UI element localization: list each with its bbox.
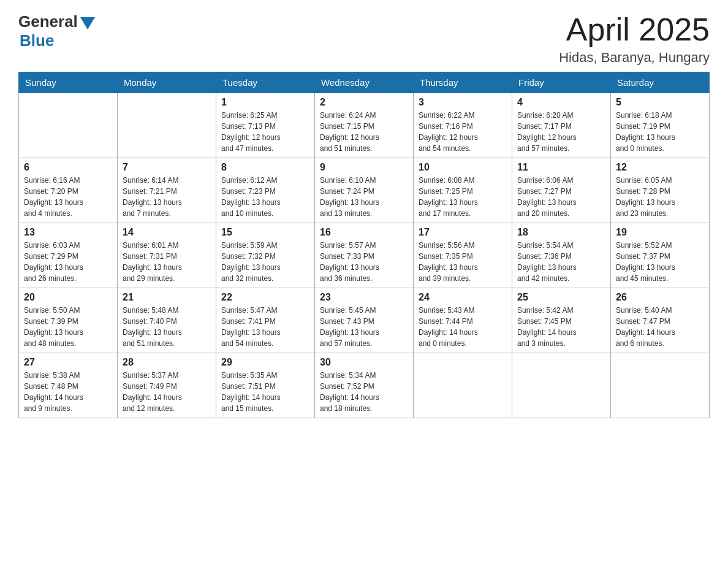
calendar-cell: 24Sunrise: 5:43 AM Sunset: 7:44 PM Dayli… [414,288,512,353]
day-number: 19 [616,227,704,238]
page-header: General Blue April 2025 Hidas, Baranya, … [18,12,710,66]
day-number: 16 [320,227,408,238]
day-number: 2 [320,97,408,108]
day-number: 21 [123,292,211,303]
day-number: 30 [320,357,408,368]
calendar-cell [414,353,512,418]
calendar-header-saturday: Saturday [611,72,710,93]
day-number: 4 [517,97,605,108]
calendar-cell [118,93,216,158]
calendar-cell: 12Sunrise: 6:05 AM Sunset: 7:28 PM Dayli… [611,158,710,223]
calendar-header-sunday: Sunday [19,72,118,93]
day-number: 15 [221,227,309,238]
logo-triangle-icon [80,17,95,29]
calendar-header-friday: Friday [512,72,611,93]
calendar-cell: 18Sunrise: 5:54 AM Sunset: 7:36 PM Dayli… [512,223,611,288]
day-info: Sunrise: 5:54 AM Sunset: 7:36 PM Dayligh… [517,240,605,284]
calendar-cell: 26Sunrise: 5:40 AM Sunset: 7:47 PM Dayli… [611,288,710,353]
calendar-header-tuesday: Tuesday [216,72,315,93]
day-number: 20 [24,292,112,303]
day-number: 27 [24,357,112,368]
day-info: Sunrise: 6:18 AM Sunset: 7:19 PM Dayligh… [616,110,704,154]
day-number: 14 [123,227,211,238]
logo: General Blue [18,12,95,50]
day-number: 22 [221,292,309,303]
logo-blue-text: Blue [20,31,54,50]
day-number: 23 [320,292,408,303]
title-section: April 2025 Hidas, Baranya, Hungary [559,12,710,66]
day-info: Sunrise: 5:42 AM Sunset: 7:45 PM Dayligh… [517,305,605,349]
day-number: 13 [24,227,112,238]
calendar-table: SundayMondayTuesdayWednesdayThursdayFrid… [18,72,710,418]
day-info: Sunrise: 6:16 AM Sunset: 7:20 PM Dayligh… [24,175,112,219]
calendar-cell: 22Sunrise: 5:47 AM Sunset: 7:41 PM Dayli… [216,288,315,353]
day-number: 10 [419,162,507,173]
calendar-cell: 29Sunrise: 5:35 AM Sunset: 7:51 PM Dayli… [216,353,315,418]
day-number: 8 [221,162,309,173]
day-number: 24 [419,292,507,303]
calendar-header-wednesday: Wednesday [315,72,414,93]
day-info: Sunrise: 5:57 AM Sunset: 7:33 PM Dayligh… [320,240,408,284]
day-info: Sunrise: 5:59 AM Sunset: 7:32 PM Dayligh… [221,240,309,284]
calendar-cell: 14Sunrise: 6:01 AM Sunset: 7:31 PM Dayli… [118,223,216,288]
calendar-cell: 27Sunrise: 5:38 AM Sunset: 7:48 PM Dayli… [19,353,118,418]
calendar-week-row-4: 27Sunrise: 5:38 AM Sunset: 7:48 PM Dayli… [19,353,710,418]
calendar-cell: 9Sunrise: 6:10 AM Sunset: 7:24 PM Daylig… [315,158,414,223]
calendar-header-thursday: Thursday [414,72,512,93]
month-title: April 2025 [559,12,710,47]
location-title: Hidas, Baranya, Hungary [559,50,710,66]
calendar-week-row-0: 1Sunrise: 6:25 AM Sunset: 7:13 PM Daylig… [19,93,710,158]
day-number: 6 [24,162,112,173]
calendar-week-row-2: 13Sunrise: 6:03 AM Sunset: 7:29 PM Dayli… [19,223,710,288]
calendar-cell [512,353,611,418]
day-info: Sunrise: 5:38 AM Sunset: 7:48 PM Dayligh… [24,370,112,414]
day-info: Sunrise: 6:01 AM Sunset: 7:31 PM Dayligh… [123,240,211,284]
day-info: Sunrise: 6:14 AM Sunset: 7:21 PM Dayligh… [123,175,211,219]
calendar-cell: 30Sunrise: 5:34 AM Sunset: 7:52 PM Dayli… [315,353,414,418]
day-number: 18 [517,227,605,238]
day-number: 7 [123,162,211,173]
calendar-cell: 25Sunrise: 5:42 AM Sunset: 7:45 PM Dayli… [512,288,611,353]
day-number: 17 [419,227,507,238]
calendar-cell: 28Sunrise: 5:37 AM Sunset: 7:49 PM Dayli… [118,353,216,418]
day-number: 9 [320,162,408,173]
day-info: Sunrise: 5:48 AM Sunset: 7:40 PM Dayligh… [123,305,211,349]
day-info: Sunrise: 6:03 AM Sunset: 7:29 PM Dayligh… [24,240,112,284]
day-info: Sunrise: 6:22 AM Sunset: 7:16 PM Dayligh… [419,110,507,154]
day-number: 12 [616,162,704,173]
calendar-cell: 23Sunrise: 5:45 AM Sunset: 7:43 PM Dayli… [315,288,414,353]
day-info: Sunrise: 5:47 AM Sunset: 7:41 PM Dayligh… [221,305,309,349]
calendar-cell: 3Sunrise: 6:22 AM Sunset: 7:16 PM Daylig… [414,93,512,158]
calendar-cell: 11Sunrise: 6:06 AM Sunset: 7:27 PM Dayli… [512,158,611,223]
day-info: Sunrise: 5:50 AM Sunset: 7:39 PM Dayligh… [24,305,112,349]
day-number: 1 [221,97,309,108]
day-info: Sunrise: 6:10 AM Sunset: 7:24 PM Dayligh… [320,175,408,219]
day-number: 5 [616,97,704,108]
logo-general-text: General [18,12,78,31]
day-info: Sunrise: 5:40 AM Sunset: 7:47 PM Dayligh… [616,305,704,349]
calendar-cell: 7Sunrise: 6:14 AM Sunset: 7:21 PM Daylig… [118,158,216,223]
calendar-cell: 5Sunrise: 6:18 AM Sunset: 7:19 PM Daylig… [611,93,710,158]
calendar-week-row-1: 6Sunrise: 6:16 AM Sunset: 7:20 PM Daylig… [19,158,710,223]
calendar-cell: 6Sunrise: 6:16 AM Sunset: 7:20 PM Daylig… [19,158,118,223]
day-number: 3 [419,97,507,108]
calendar-cell [611,353,710,418]
day-number: 25 [517,292,605,303]
calendar-cell: 8Sunrise: 6:12 AM Sunset: 7:23 PM Daylig… [216,158,315,223]
day-number: 26 [616,292,704,303]
day-info: Sunrise: 5:34 AM Sunset: 7:52 PM Dayligh… [320,370,408,414]
calendar-header-row: SundayMondayTuesdayWednesdayThursdayFrid… [19,72,710,93]
calendar-cell: 16Sunrise: 5:57 AM Sunset: 7:33 PM Dayli… [315,223,414,288]
day-info: Sunrise: 6:05 AM Sunset: 7:28 PM Dayligh… [616,175,704,219]
day-info: Sunrise: 6:12 AM Sunset: 7:23 PM Dayligh… [221,175,309,219]
day-info: Sunrise: 6:25 AM Sunset: 7:13 PM Dayligh… [221,110,309,154]
calendar-cell: 13Sunrise: 6:03 AM Sunset: 7:29 PM Dayli… [19,223,118,288]
day-info: Sunrise: 6:24 AM Sunset: 7:15 PM Dayligh… [320,110,408,154]
day-number: 29 [221,357,309,368]
day-info: Sunrise: 6:08 AM Sunset: 7:25 PM Dayligh… [419,175,507,219]
calendar-cell [19,93,118,158]
day-info: Sunrise: 5:35 AM Sunset: 7:51 PM Dayligh… [221,370,309,414]
calendar-cell: 2Sunrise: 6:24 AM Sunset: 7:15 PM Daylig… [315,93,414,158]
calendar-header-monday: Monday [118,72,216,93]
day-info: Sunrise: 5:56 AM Sunset: 7:35 PM Dayligh… [419,240,507,284]
